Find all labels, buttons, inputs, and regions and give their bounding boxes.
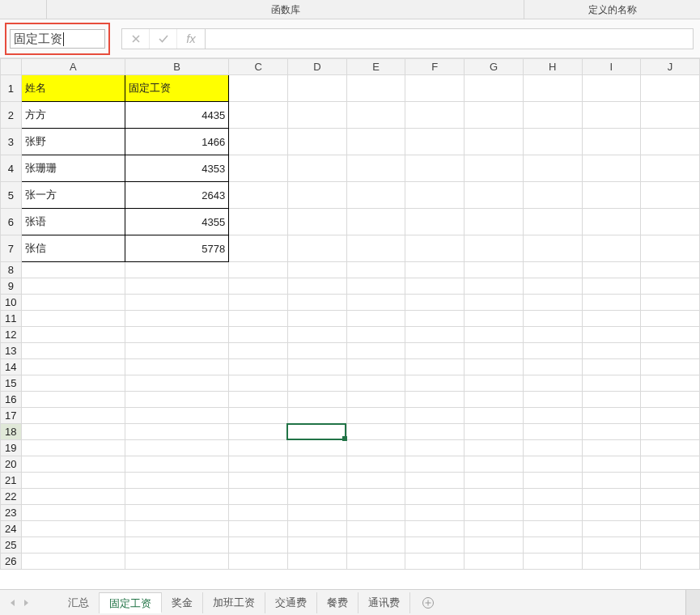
name-box-highlight: 固定工资 bbox=[5, 23, 110, 55]
cell-A4[interactable]: 张珊珊 bbox=[21, 155, 125, 182]
row-header[interactable]: 22 bbox=[1, 489, 22, 505]
cell-A6[interactable]: 张语 bbox=[21, 209, 125, 235]
tab-scroll-left[interactable] bbox=[5, 593, 19, 613]
table-row: 11 bbox=[1, 311, 700, 327]
row-header[interactable]: 11 bbox=[1, 311, 22, 327]
table-row: 21 bbox=[1, 473, 700, 489]
sheet-tab[interactable]: 通讯费 bbox=[358, 592, 410, 613]
row-header[interactable]: 17 bbox=[1, 408, 22, 424]
row-header[interactable]: 4 bbox=[1, 155, 22, 182]
triangle-right-icon bbox=[23, 599, 30, 607]
row-header[interactable]: 6 bbox=[1, 209, 22, 235]
table-row: 6 张语 4355 bbox=[1, 209, 700, 235]
sheet-tab[interactable]: 交通费 bbox=[265, 592, 317, 613]
row-header[interactable]: 23 bbox=[1, 505, 22, 521]
cell-A3[interactable]: 张野 bbox=[21, 129, 125, 155]
cell-B7[interactable]: 5778 bbox=[125, 235, 228, 262]
row-header[interactable]: 1 bbox=[1, 75, 22, 102]
select-all-corner[interactable] bbox=[1, 59, 22, 75]
insert-function-button[interactable]: fx bbox=[177, 29, 205, 49]
row-header[interactable]: 7 bbox=[1, 235, 22, 262]
table-row: 4 张珊珊 4353 bbox=[1, 155, 700, 182]
col-header-G[interactable]: G bbox=[465, 59, 524, 75]
cell-D18[interactable] bbox=[287, 424, 346, 440]
table-row: 15 bbox=[1, 375, 700, 392]
row-header[interactable]: 3 bbox=[1, 129, 22, 155]
table-row: 24 bbox=[1, 521, 700, 537]
cell-B5[interactable]: 2643 bbox=[125, 182, 228, 209]
add-sheet-button[interactable] bbox=[417, 593, 439, 613]
name-box[interactable]: 固定工资 bbox=[10, 29, 105, 49]
col-header-C[interactable]: C bbox=[229, 59, 288, 75]
formula-input[interactable] bbox=[206, 28, 694, 49]
table-row: 5 张一方 2643 bbox=[1, 182, 700, 209]
tab-scroll-right[interactable] bbox=[19, 593, 34, 613]
row-header[interactable]: 20 bbox=[1, 456, 22, 473]
horizontal-scroll-placeholder[interactable] bbox=[685, 590, 700, 615]
table-row: 2 方方 4435 bbox=[1, 102, 700, 129]
cancel-button[interactable] bbox=[122, 29, 150, 49]
sheet-tab[interactable]: 餐费 bbox=[317, 592, 358, 613]
cell-B6[interactable]: 4355 bbox=[125, 209, 228, 235]
row-header[interactable]: 15 bbox=[1, 375, 22, 392]
table-row: 10 bbox=[1, 295, 700, 311]
table-row: 22 bbox=[1, 489, 700, 505]
col-header-D[interactable]: D bbox=[287, 59, 346, 75]
col-header-J[interactable]: J bbox=[641, 59, 700, 75]
row-header[interactable]: 8 bbox=[1, 262, 22, 278]
col-header-A[interactable]: A bbox=[21, 59, 125, 75]
sheet-tab[interactable]: 固定工资 bbox=[100, 592, 162, 613]
table-row: 7 张信 5778 bbox=[1, 235, 700, 262]
row-header[interactable]: 12 bbox=[1, 327, 22, 343]
table-row: 26 bbox=[1, 554, 700, 570]
col-header-B[interactable]: B bbox=[125, 59, 228, 75]
row-header[interactable]: 21 bbox=[1, 473, 22, 489]
sheet-tab[interactable]: 加班工资 bbox=[203, 592, 265, 613]
row-header[interactable]: 13 bbox=[1, 343, 22, 359]
row-header[interactable]: 2 bbox=[1, 102, 22, 129]
cell-A7[interactable]: 张信 bbox=[21, 235, 125, 262]
cell-A1[interactable]: 姓名 bbox=[21, 75, 125, 102]
table-row: 23 bbox=[1, 505, 700, 521]
cell-A2[interactable]: 方方 bbox=[21, 102, 125, 129]
sheet-tab[interactable]: 汇总 bbox=[58, 592, 100, 613]
cell-A5[interactable]: 张一方 bbox=[21, 182, 125, 209]
col-header-E[interactable]: E bbox=[346, 59, 405, 75]
table-row: 19 bbox=[1, 440, 700, 456]
ribbon-group-defined-names: 定义的名称 bbox=[524, 0, 700, 19]
row-header[interactable]: 16 bbox=[1, 392, 22, 408]
row-header[interactable]: 14 bbox=[1, 359, 22, 375]
table-row: 8 bbox=[1, 262, 700, 278]
cell-B2[interactable]: 4435 bbox=[125, 102, 228, 129]
table-row: 12 bbox=[1, 327, 700, 343]
row-header[interactable]: 9 bbox=[1, 278, 22, 295]
plus-circle-icon bbox=[422, 596, 435, 609]
sheet-tab-strip: 汇总 固定工资 奖金 加班工资 交通费 餐费 通讯费 bbox=[0, 589, 700, 615]
row-header[interactable]: 26 bbox=[1, 554, 22, 570]
cell-B3[interactable]: 1466 bbox=[125, 129, 228, 155]
formula-bar: 固定工资 fx bbox=[0, 19, 700, 58]
cell-B4[interactable]: 4353 bbox=[125, 155, 228, 182]
ribbon-group-function-library: 函数库 bbox=[47, 0, 524, 19]
check-icon bbox=[158, 34, 169, 44]
col-header-H[interactable]: H bbox=[523, 59, 582, 75]
cell-B1[interactable]: 固定工资 bbox=[125, 75, 228, 102]
spreadsheet-grid[interactable]: A B C D E F G H I J 1 姓名 固定工资 2 方方 4435 … bbox=[0, 58, 700, 589]
name-box-value: 固定工资 bbox=[14, 32, 62, 45]
row-header[interactable]: 10 bbox=[1, 295, 22, 311]
row-header[interactable]: 24 bbox=[1, 521, 22, 537]
enter-button[interactable] bbox=[150, 29, 177, 49]
col-header-F[interactable]: F bbox=[405, 59, 465, 75]
col-header-I[interactable]: I bbox=[582, 59, 641, 75]
table-row: 13 bbox=[1, 343, 700, 359]
x-icon bbox=[131, 34, 141, 44]
row-header[interactable]: 25 bbox=[1, 537, 22, 554]
triangle-left-icon bbox=[9, 599, 15, 607]
table-row: 17 bbox=[1, 408, 700, 424]
row-header[interactable]: 5 bbox=[1, 182, 22, 209]
table-row: 14 bbox=[1, 359, 700, 375]
table-row: 3 张野 1466 bbox=[1, 129, 700, 155]
sheet-tab[interactable]: 奖金 bbox=[162, 592, 203, 613]
row-header[interactable]: 19 bbox=[1, 440, 22, 456]
row-header[interactable]: 18 bbox=[1, 424, 22, 440]
